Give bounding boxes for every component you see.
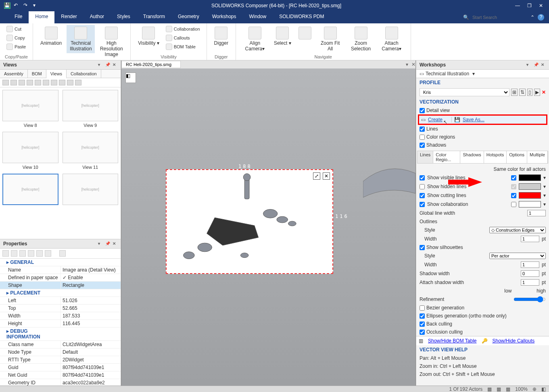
maximize-button[interactable]: ❐: [527, 3, 532, 8]
copy-button[interactable]: Copy: [5, 34, 27, 42]
prop-tool-5[interactable]: [36, 250, 43, 257]
menu-tab-geometry[interactable]: Geometry: [171, 11, 206, 23]
tab-close-icon[interactable]: ✕: [410, 62, 415, 67]
view-tool-3[interactable]: [19, 80, 25, 85]
opt-color-swatch[interactable]: [519, 192, 541, 199]
profile-btn-2[interactable]: ⇅: [519, 89, 526, 96]
opt-samecolor-checkbox[interactable]: [511, 184, 516, 189]
tab-dropdown-icon[interactable]: ▾: [404, 62, 410, 67]
back-culling-checkbox[interactable]: [420, 321, 425, 327]
menu-tab-home[interactable]: Home: [29, 11, 54, 23]
digger-button[interactable]: Digger: [212, 25, 231, 48]
prop-tool-3[interactable]: [19, 250, 26, 257]
ws-tab-multiple[interactable]: Multiple: [527, 151, 548, 163]
refinement-slider[interactable]: [514, 296, 546, 303]
prop-value[interactable]: aca3ecc022aba9e2: [61, 379, 121, 386]
prop-tool-2[interactable]: [11, 250, 17, 257]
prop-value[interactable]: 51.026: [61, 297, 121, 304]
profile-btn-4[interactable]: ▶: [534, 89, 540, 96]
views-tab-assembly[interactable]: Assembly: [0, 70, 28, 78]
views-close-icon[interactable]: ✕: [113, 62, 117, 67]
view-tool-8[interactable]: [59, 80, 65, 85]
views-tab-collaboration[interactable]: Collaboration: [67, 70, 101, 78]
callouts-button[interactable]: Callouts: [164, 34, 202, 42]
status-icon-1[interactable]: ▦: [487, 386, 492, 392]
menu-tab-transform[interactable]: Transform: [137, 11, 171, 23]
bom-table-button[interactable]: BOM Table: [164, 43, 202, 51]
props-close-icon[interactable]: ✕: [113, 241, 117, 246]
detail-view-checkbox[interactable]: [420, 108, 425, 113]
view-tool-1[interactable]: [2, 80, 9, 85]
help-icon[interactable]: ?: [538, 14, 544, 21]
show-hide-callouts-button[interactable]: Show/Hide Callouts: [493, 338, 535, 344]
shadow-width-input[interactable]: [521, 270, 539, 277]
outline-width-input[interactable]: [521, 236, 539, 242]
views-pin-icon[interactable]: 📌: [105, 62, 110, 67]
opt-checkbox[interactable]: [420, 184, 425, 189]
high-resolution-image-button[interactable]: High Resolution Image: [97, 25, 125, 59]
occlusion-checkbox[interactable]: [420, 330, 425, 335]
prop-value[interactable]: Rectangle: [61, 282, 121, 289]
prop-value[interactable]: 807f94dd741039e1: [61, 371, 121, 379]
view-tool-9[interactable]: [67, 80, 73, 85]
prop-value[interactable]: 807f94dd741039e1: [61, 364, 121, 371]
minimize-button[interactable]: —: [515, 3, 520, 8]
ws-chevron-icon[interactable]: ▾: [472, 71, 475, 77]
prop-value[interactable]: 187.533: [61, 312, 121, 319]
opt-checkbox[interactable]: [420, 175, 425, 180]
view-tool-10[interactable]: [75, 80, 81, 85]
nav-button[interactable]: [296, 25, 314, 42]
prop-value[interactable]: 52.665: [61, 305, 121, 312]
view-thumbnail[interactable]: [helicopter]: [63, 132, 119, 163]
menu-tab-workshops[interactable]: Workshops: [206, 11, 243, 23]
prop-value[interactable]: 2DWidget: [61, 356, 121, 363]
opt-checkbox[interactable]: [420, 193, 425, 198]
color-regions-checkbox[interactable]: [420, 135, 425, 140]
view-tool-2[interactable]: [10, 80, 17, 85]
detail-expand-icon[interactable]: ⤢: [313, 172, 320, 180]
document-tab[interactable]: RC Heli-2020_tips.smg: [121, 61, 181, 68]
view-cube-icon[interactable]: ◧: [125, 73, 136, 83]
cut-button[interactable]: Cut: [5, 25, 27, 33]
profile-btn-1[interactable]: ⊞: [511, 89, 518, 96]
view-thumbnail[interactable]: [helicopter]: [63, 90, 119, 121]
color-dropdown-icon[interactable]: ▾: [543, 184, 546, 189]
align-camera--button[interactable]: Align Camera▾: [241, 25, 269, 53]
color-dropdown-icon[interactable]: ▾: [543, 201, 546, 207]
prop-tool-4[interactable]: [28, 250, 34, 257]
prop-tool-7[interactable]: [59, 250, 66, 257]
color-dropdown-icon[interactable]: ▾: [543, 193, 546, 198]
view-thumbnail[interactable]: [helicopter]: [63, 174, 119, 205]
view-tool-7[interactable]: [51, 80, 57, 85]
status-icon-2[interactable]: ▦: [497, 386, 501, 392]
status-icon-3[interactable]: ▦: [506, 386, 510, 392]
view-thumbnail[interactable]: [helicopter]: [2, 90, 58, 121]
bezier-checkbox[interactable]: [420, 305, 425, 311]
technical-illustration-button[interactable]: Technical Illustration: [67, 25, 95, 53]
prop-tool-1[interactable]: [2, 250, 9, 257]
opt-color-swatch[interactable]: [519, 183, 541, 190]
silh-width-input[interactable]: [521, 261, 539, 268]
visibility--button[interactable]: Visibility ▾: [136, 25, 161, 48]
view-thumbnail[interactable]: [helicopter]: [2, 132, 58, 163]
paste-button[interactable]: Paste: [5, 43, 27, 51]
menu-tab-author[interactable]: Author: [83, 11, 111, 23]
prop-value[interactable]: CLit2dWidgetArea: [61, 341, 121, 348]
ws-tab-options[interactable]: Options: [507, 151, 527, 163]
opt-samecolor-checkbox[interactable]: [511, 202, 516, 207]
redo-icon[interactable]: ↷: [23, 2, 30, 9]
view-tool-5[interactable]: [35, 80, 41, 85]
views-tab-bom[interactable]: BOM: [28, 70, 46, 78]
silhouettes-checkbox[interactable]: [420, 245, 425, 250]
menu-tab-window[interactable]: Window: [243, 11, 273, 23]
create-button[interactable]: Create: [428, 117, 443, 122]
attach-camera--button[interactable]: Attach Camera▾: [378, 25, 406, 53]
silh-style-select[interactable]: Per actor: [489, 253, 546, 259]
menu-tab-file[interactable]: File: [8, 11, 29, 23]
props-dropdown-icon[interactable]: ▾: [98, 241, 103, 246]
prop-value[interactable]: ✓ Enable: [61, 274, 121, 281]
color-dropdown-icon[interactable]: ▾: [543, 175, 546, 180]
close-button[interactable]: ✕: [539, 3, 543, 8]
select--button[interactable]: Select ▾: [271, 25, 294, 48]
show-hide-bom-button[interactable]: Show/Hide BOM Table: [428, 338, 477, 344]
